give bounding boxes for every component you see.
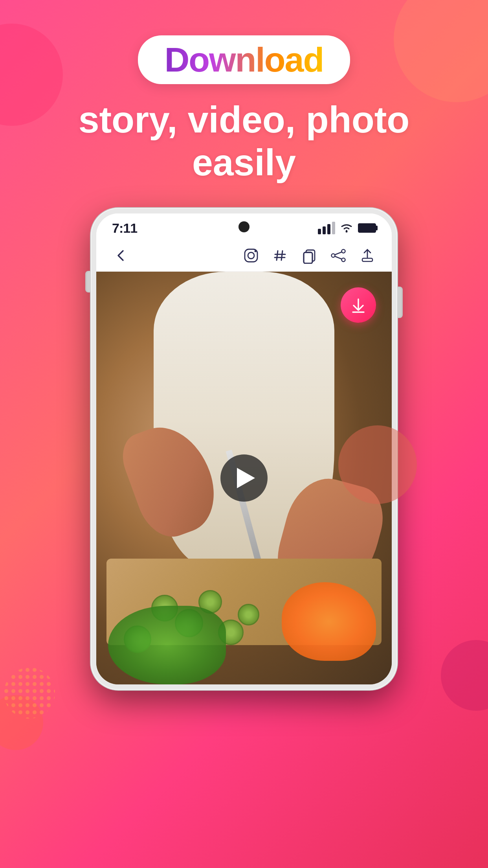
svg-point-4 [248, 252, 254, 259]
download-heading: Download [165, 42, 323, 77]
svg-line-7 [281, 251, 283, 260]
status-bar: 7:11 [96, 213, 392, 240]
svg-point-15 [342, 258, 345, 261]
download-fab-icon [349, 295, 368, 315]
battery-icon [358, 223, 376, 233]
play-button[interactable] [220, 454, 268, 502]
subtitle-text: story, video, photo easily [55, 98, 433, 184]
signal-icon [318, 222, 335, 234]
copy-button[interactable] [299, 245, 319, 266]
wifi-icon [340, 223, 353, 233]
back-button[interactable] [110, 245, 131, 266]
instagram-button[interactable] [241, 245, 261, 266]
toolbar-icons-right [241, 245, 378, 266]
svg-point-2 [346, 231, 348, 233]
svg-line-16 [335, 252, 342, 255]
download-fab-button[interactable] [341, 287, 376, 323]
header-section: Download story, video, photo easily [0, 0, 488, 184]
subtitle-line2: easily [192, 142, 296, 183]
hashtag-button[interactable] [270, 245, 290, 266]
svg-rect-1 [4, 668, 55, 719]
carrot-area [282, 582, 376, 661]
dots-pattern [4, 668, 55, 719]
camera-notch [238, 221, 250, 232]
app-toolbar [96, 240, 392, 272]
status-time: 7:11 [112, 221, 137, 236]
play-icon [237, 468, 255, 488]
svg-rect-11 [304, 252, 312, 263]
export-button[interactable] [357, 245, 378, 266]
veggies-area [96, 566, 392, 684]
status-icons [318, 222, 376, 234]
subtitle-line1: story, video, photo [79, 99, 410, 140]
download-badge: Download [138, 35, 350, 84]
bg-blob-3 [441, 640, 488, 711]
svg-rect-18 [362, 258, 372, 261]
cucumber-slice [238, 604, 259, 625]
svg-point-14 [332, 254, 335, 257]
svg-line-6 [277, 251, 278, 260]
phone-mockup: 7:11 [91, 208, 397, 690]
svg-point-13 [342, 249, 345, 253]
share-button[interactable] [328, 245, 349, 266]
svg-line-17 [335, 256, 342, 259]
side-blob-decoration [338, 425, 417, 504]
svg-point-5 [255, 250, 257, 252]
greens-area [108, 606, 226, 684]
